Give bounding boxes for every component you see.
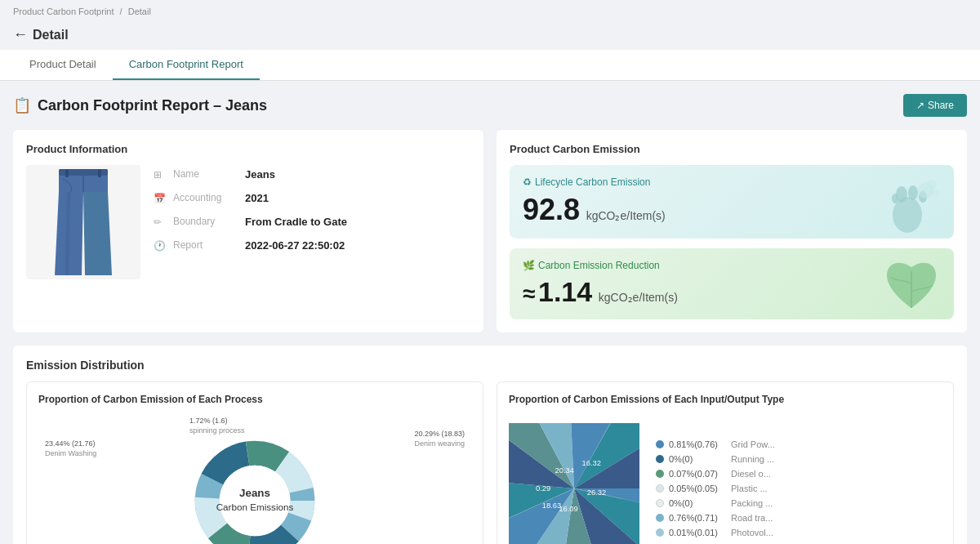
- input-output-pie-chart: 20.34 16.32 26.32 16.09 0.29 18.63: [509, 423, 639, 544]
- process-donut-chart: Jeans Carbon Emissions: [185, 431, 324, 544]
- emission-distribution-section: Emission Distribution Proportion of Carb…: [13, 346, 967, 544]
- legend-list: 0.81%(0.76) Grid Pow... 0%(0) Running ..…: [656, 439, 775, 537]
- reduction-unit: kgCO₂e/Item(s): [599, 291, 678, 304]
- jeans-illustration: [51, 169, 116, 275]
- lifecycle-value-row: 92.8 kgCO₂e/Item(s): [523, 193, 666, 227]
- report-title: 📋 Carbon Footprint Report – Jeans: [13, 96, 267, 114]
- lifecycle-value: 92.8: [523, 193, 580, 226]
- report-header: 📋 Carbon Footprint Report – Jeans ↗ Shar…: [13, 94, 967, 117]
- emission-distribution-title: Emission Distribution: [26, 359, 954, 372]
- legend-item-5: 0.76%(0.71) Road tra...: [656, 513, 775, 523]
- legend-item-0: 0.81%(0.76) Grid Pow...: [656, 439, 775, 449]
- reduction-value: 1.14: [538, 276, 592, 307]
- svg-text:16.32: 16.32: [581, 458, 601, 467]
- product-image: [26, 165, 140, 279]
- charts-row: Proportion of Carbon Emission of Each Pr…: [26, 381, 954, 544]
- product-info-title: Product Information: [26, 143, 470, 155]
- main-content: 📋 Carbon Footprint Report – Jeans ↗ Shar…: [0, 81, 980, 544]
- input-output-chart-title: Proportion of Carbon Emissions of Each I…: [509, 394, 942, 405]
- process-chart-box: Proportion of Carbon Emission of Each Pr…: [26, 381, 483, 544]
- accounting-value: 2021: [245, 192, 269, 204]
- detail-row-report: 🕐 Report 2022-06-27 22:50:02: [154, 239, 470, 252]
- svg-text:20.34: 20.34: [555, 466, 574, 475]
- svg-point-9: [892, 194, 898, 203]
- process-chart-title: Proportion of Carbon Emission of Each Pr…: [38, 394, 471, 405]
- back-arrow-icon: ←: [13, 26, 28, 43]
- legend-label-3: Plastic ...: [731, 484, 768, 493]
- legend-value-4: 0%(0): [669, 498, 726, 508]
- name-icon: ⊞: [154, 169, 167, 181]
- legend-label-1: Running ...: [731, 454, 774, 464]
- legend-value-2: 0.07%(0.07): [669, 469, 726, 479]
- back-button[interactable]: ← Detail: [13, 26, 69, 43]
- svg-text:16.09: 16.09: [559, 504, 578, 513]
- legend-value-5: 0.76%(0.71): [669, 513, 726, 523]
- breadcrumb: Product Carbon Footprint / Detail: [0, 0, 980, 23]
- svg-text:18.63: 18.63: [542, 501, 562, 510]
- carbon-emission-card: Product Carbon Emission ♻ Lifecycle Carb…: [497, 130, 967, 332]
- detail-row-boundary: ✏ Boundary From Cradle to Gate: [154, 216, 470, 228]
- reduction-box: 🌿 Carbon Emission Reduction ≈ 1.14 kgCO₂…: [510, 248, 954, 319]
- input-output-chart-box: Proportion of Carbon Emissions of Each I…: [497, 381, 954, 544]
- breadcrumb-sep: /: [120, 7, 122, 16]
- tab-product-detail[interactable]: Product Detail: [13, 50, 113, 80]
- lifecycle-unit: kgCO₂e/Item(s): [586, 209, 666, 222]
- reduction-value-row: ≈ 1.14 kgCO₂e/Item(s): [523, 276, 678, 308]
- detail-row-accounting: 📅 Accounting 2021: [154, 192, 470, 204]
- legend-label-2: Diesel o...: [731, 469, 771, 479]
- svg-text:Jeans: Jeans: [239, 487, 270, 499]
- boundary-label: Boundary: [173, 216, 238, 227]
- legend-item-3: 0.05%(0.05) Plastic ...: [656, 484, 775, 493]
- product-info-layout: ⊞ Name Jeans 📅 Accounting 2021 ✏ Boundar…: [26, 165, 470, 279]
- legend-dot-2: [656, 470, 664, 478]
- lifecycle-box: ♻ Lifecycle Carbon Emission 92.8 kgCO₂e/…: [510, 165, 954, 239]
- report-label: Report: [173, 239, 238, 251]
- legend-label-0: Grid Pow...: [731, 439, 775, 449]
- label-washing: 23.44% (21.76)Denim Washing: [45, 439, 96, 458]
- tabs-bar: Product Detail Carbon Footprint Report: [0, 50, 980, 81]
- info-emission-row: Product Information: [13, 130, 967, 332]
- legend-dot-0: [656, 440, 664, 448]
- label-spinning: 1.72% (1.6)spinning process: [189, 417, 245, 435]
- tab-carbon-footprint-report[interactable]: Carbon Footprint Report: [113, 50, 260, 80]
- boundary-value: From Cradle to Gate: [245, 216, 347, 228]
- svg-text:26.32: 26.32: [587, 488, 607, 497]
- svg-point-11: [927, 180, 937, 190]
- legend-label-6: Photovol...: [731, 528, 773, 537]
- legend-item-2: 0.07%(0.07) Diesel o...: [656, 469, 775, 479]
- legend-dot-4: [656, 499, 664, 507]
- report-title-text: Carbon Footprint Report – Jeans: [38, 97, 267, 114]
- svg-text:0.29: 0.29: [536, 484, 550, 493]
- leaf-icon: [879, 259, 944, 316]
- svg-point-7: [908, 185, 918, 200]
- share-label: Share: [928, 100, 954, 111]
- share-button[interactable]: ↗ Share: [903, 94, 967, 117]
- legend-label-4: Packing ...: [731, 498, 773, 508]
- report-time-icon: 🕐: [154, 240, 167, 252]
- name-value: Jeans: [245, 168, 275, 181]
- legend-value-0: 0.81%(0.76): [669, 439, 726, 449]
- svg-rect-2: [65, 169, 69, 177]
- accounting-label: Accounting: [173, 192, 238, 203]
- breadcrumb-parent[interactable]: Product Carbon Footprint: [13, 7, 114, 16]
- share-icon: ↗: [916, 100, 924, 111]
- lifecycle-label: ♻ Lifecycle Carbon Emission: [523, 176, 666, 188]
- product-details: ⊞ Name Jeans 📅 Accounting 2021 ✏ Boundar…: [154, 165, 470, 252]
- legend-item-1: 0%(0) Running ...: [656, 454, 775, 464]
- detail-row-name: ⊞ Name Jeans: [154, 168, 470, 181]
- legend-dot-5: [656, 514, 664, 522]
- legend-dot-1: [656, 455, 664, 463]
- reduction-label: 🌿 Carbon Emission Reduction: [523, 260, 678, 271]
- report-document-icon: 📋: [13, 96, 31, 114]
- legend-value-3: 0.05%(0.05): [669, 484, 726, 493]
- legend-item-4: 0%(0) Packing ...: [656, 498, 775, 508]
- footprint-icon: [879, 170, 944, 235]
- lifecycle-leaf-icon: ♻: [523, 176, 532, 188]
- name-label: Name: [173, 168, 238, 180]
- legend-item-6: 0.01%(0.01) Photovol...: [656, 528, 775, 537]
- product-info-card: Product Information: [13, 130, 483, 332]
- boundary-icon: ✏: [154, 216, 167, 228]
- accounting-icon: 📅: [154, 193, 167, 204]
- legend-dot-3: [656, 484, 664, 493]
- report-value: 2022-06-27 22:50:02: [245, 239, 345, 252]
